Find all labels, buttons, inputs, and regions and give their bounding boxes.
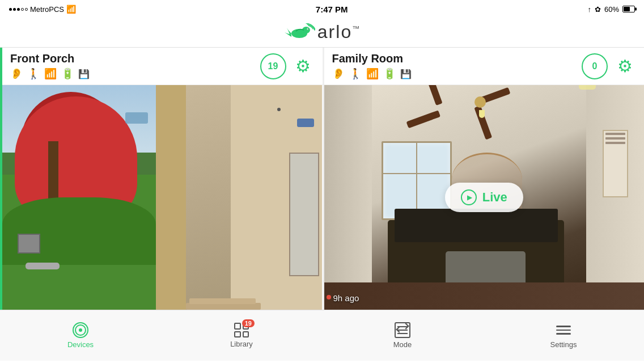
battery-status-icon-2: 🔋 [383, 67, 396, 80]
hamburger-line-1 [556, 326, 571, 327]
notification-badge-family-room[interactable]: 0 [582, 53, 608, 79]
live-play-icon [461, 189, 477, 205]
camera-title-family-room: Family Room [332, 52, 412, 65]
camera-panel-front-porch: Front Porch 👂 🚶 📶 🔋 💾 19 ⚙ [0, 48, 324, 310]
audio-icon: 👂 [10, 67, 23, 80]
ceiling-light [579, 85, 596, 90]
location-icon: ↑ [587, 5, 591, 14]
mode-icon [395, 322, 410, 338]
camera-header-right-family-room: 0 ⚙ [582, 53, 636, 79]
hamburger-line-2 [556, 330, 571, 331]
camera-panel-family-room: Family Room 👂 🚶 📶 🔋 💾 0 ⚙ [324, 48, 645, 310]
nav-label-mode: Mode [393, 340, 412, 349]
room-sofa-back [395, 209, 558, 242]
room-floor [324, 282, 645, 310]
room-wall-left [324, 85, 372, 310]
fan-blade-3 [406, 110, 440, 128]
camera-feed-family-room[interactable]: Live 9h ago [324, 85, 645, 310]
storage-icon: 💾 [78, 69, 90, 79]
storage-icon-2: 💾 [400, 69, 412, 79]
recording-dot [327, 295, 331, 299]
wifi-icon: 📶 [66, 5, 76, 14]
carrier-name: MetroPCS [30, 5, 64, 14]
notification-badge-front-porch[interactable]: 19 [260, 53, 286, 79]
nav-label-library: Library [230, 340, 253, 348]
nav-item-settings[interactable]: Settings [483, 318, 644, 353]
nav-label-devices: Devices [67, 340, 94, 349]
mode-handle-2 [396, 326, 402, 332]
devices-icon [73, 322, 88, 338]
camera-header-front-porch: Front Porch 👂 🚶 📶 🔋 💾 19 ⚙ [2, 48, 323, 85]
battery-icon [622, 6, 635, 12]
nav-label-settings: Settings [550, 340, 577, 349]
status-right: ↑ ✿ 60% [587, 5, 635, 14]
camera-icons-front-porch: 👂 🚶 📶 🔋 💾 [10, 67, 90, 80]
app-name: arlo™ [317, 22, 361, 43]
mode-line-3 [397, 333, 408, 334]
status-bar: MetroPCS 📶 7:47 PM ↑ ✿ 60% [0, 0, 644, 18]
audio-icon-2: 👂 [332, 67, 345, 80]
status-time: 7:47 PM [316, 5, 348, 14]
live-label: Live [482, 190, 507, 205]
gear-button-family-room[interactable]: ⚙ [613, 55, 636, 78]
bluetooth-icon: ✿ [595, 5, 601, 14]
bottom-nav: Devices 19 Library Mode S [0, 310, 644, 361]
gear-icon-front-porch: ⚙ [295, 56, 311, 76]
arlo-logo: arlo™ [283, 22, 361, 43]
feed-driveway [156, 85, 323, 310]
status-left: MetroPCS 📶 [9, 5, 76, 14]
mode-handle-1 [402, 323, 409, 329]
battery-status-icon: 🔋 [61, 67, 74, 80]
camera-icons-family-room: 👂 🚶 📶 🔋 💾 [332, 67, 412, 80]
live-button[interactable]: Live [445, 183, 523, 212]
svg-point-3 [308, 28, 308, 29]
wifi-status-icon-2: 📶 [366, 67, 379, 80]
room-artwork [603, 130, 628, 197]
fan-light [479, 110, 485, 118]
library-badge: 19 [242, 319, 255, 327]
camera-header-family-room: Family Room 👂 🚶 📶 🔋 💾 0 ⚙ [324, 48, 645, 85]
battery-percent: 60% [604, 5, 619, 14]
nav-item-devices[interactable]: Devices [0, 318, 161, 353]
mode-line-2 [397, 330, 408, 331]
room-wall-right [586, 85, 644, 310]
hamburger-line-3 [556, 333, 571, 335]
fan-hub [474, 96, 486, 108]
nav-item-library[interactable]: 19 Library [161, 318, 322, 353]
gear-button-front-porch[interactable]: ⚙ [292, 55, 315, 78]
app-header: arlo™ [0, 18, 644, 48]
room-window [382, 141, 452, 220]
camera-grid: Front Porch 👂 🚶 📶 🔋 💾 19 ⚙ [0, 48, 644, 310]
gear-icon-family-room: ⚙ [617, 56, 633, 76]
arlo-bird-icon [283, 23, 315, 41]
nav-item-mode[interactable]: Mode [322, 318, 483, 353]
camera-title-front-porch: Front Porch [10, 52, 90, 65]
camera-feed-front-porch[interactable] [2, 85, 323, 310]
settings-icon [556, 322, 571, 338]
wifi-status-icon: 📶 [44, 67, 57, 80]
svg-marker-4 [310, 29, 312, 31]
feed-outdoor-tree [2, 85, 156, 310]
camera-timestamp: 9h ago [333, 293, 359, 303]
library-icon-wrapper: 19 [234, 323, 249, 337]
motion-icon-2: 🚶 [349, 67, 362, 80]
signal-dots [9, 8, 28, 11]
fan-blade-4 [425, 85, 443, 105]
motion-icon: 🚶 [27, 67, 40, 80]
camera-header-right-front-porch: 19 ⚙ [260, 53, 315, 79]
